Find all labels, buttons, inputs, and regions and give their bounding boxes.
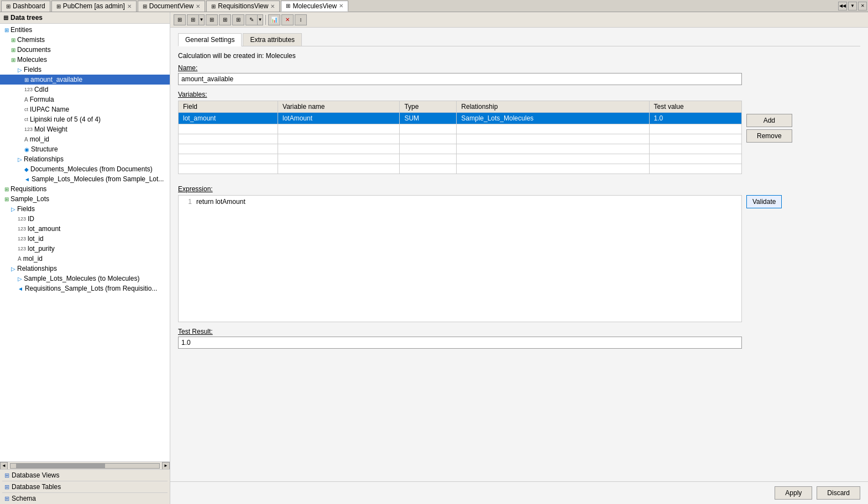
cell-variable-name: lotAmount bbox=[278, 113, 400, 124]
scroll-right-arrow[interactable]: ► bbox=[162, 462, 170, 470]
moleculesview-tab-icon: ⊞ bbox=[286, 3, 290, 9]
tree-label-entities: Entities bbox=[11, 26, 32, 34]
tree-label-samplelots-rels: Relationships bbox=[17, 265, 57, 272]
tab-pubchem[interactable]: ⊞ PubChem [as admin] ✕ bbox=[51, 1, 137, 12]
left-panel-hscroll[interactable]: ◄ ► bbox=[0, 461, 170, 469]
tree-item-samplelots[interactable]: ⊞ Sample_Lots bbox=[0, 194, 170, 204]
col-test-value: Test value bbox=[649, 101, 741, 113]
tree-label-documents: Documents bbox=[17, 46, 51, 54]
tree-item-molweight[interactable]: 123 Mol Weight bbox=[0, 124, 170, 134]
tree-label-molecules-rels: Relationships bbox=[24, 155, 64, 163]
tree-item-entities[interactable]: ⊞ Entities bbox=[0, 25, 170, 35]
toolbar-btn-1[interactable]: ⊞ bbox=[174, 14, 186, 25]
tree-item-sl-lotid[interactable]: 123 lot_id bbox=[0, 234, 170, 244]
expression-line-1: 1 return lotAmount bbox=[181, 198, 739, 206]
tree-label-requisitions: Requisitions bbox=[11, 185, 46, 193]
tree-item-molecules[interactable]: ⊞ Molecules bbox=[0, 55, 170, 65]
tree-item-sl-id[interactable]: 123 ID bbox=[0, 214, 170, 224]
schema-icon: ⊞ bbox=[4, 495, 9, 502]
test-result-input[interactable] bbox=[178, 337, 742, 349]
hscrollbar-track[interactable] bbox=[10, 463, 160, 469]
toolbar-btn-4[interactable]: ⊞ bbox=[219, 14, 231, 25]
sl-lotpurity-icon: 123 bbox=[18, 246, 26, 251]
toolbar-btn-5[interactable]: ⊞ bbox=[232, 14, 244, 25]
discard-button[interactable]: Discard bbox=[817, 486, 860, 500]
samplelots-fields-icon: ▷ bbox=[11, 206, 15, 212]
toolbar-dropdown-arrow-2[interactable]: ▼ bbox=[258, 14, 263, 25]
calculation-info-row: Calculation will be created in: Molecule… bbox=[178, 52, 860, 60]
tree-area[interactable]: ⊞ Entities ⊞ Chemists ⊞ Documents ⊞ Mole… bbox=[0, 24, 170, 461]
tree-item-sl-lotpurity[interactable]: 123 lot_purity bbox=[0, 244, 170, 254]
tree-label-lipinski: Lipinski rule of 5 (4 of 4) bbox=[30, 116, 101, 123]
tab-dashboard[interactable]: ⊞ Dashboard bbox=[1, 1, 50, 12]
validate-button[interactable]: Validate bbox=[746, 195, 782, 208]
toolbar-btn-chart[interactable]: 📊 bbox=[268, 14, 280, 25]
tree-item-structure[interactable]: ◉ Structure bbox=[0, 144, 170, 154]
tree-item-molecules-fields[interactable]: ▷ Fields bbox=[0, 65, 170, 75]
tab-documentview[interactable]: ⊞ DocumentView ✕ bbox=[138, 1, 205, 12]
tree-item-docs-molecules[interactable]: ◆ Documents_Molecules (from Documents) bbox=[0, 164, 170, 174]
tree-label-sl-lotid: lot_id bbox=[28, 235, 44, 243]
tab-requisitionsview[interactable]: ⊞ RequisitionsView ✕ bbox=[206, 1, 280, 12]
nav-database-tables[interactable]: ⊞ Database Tables bbox=[0, 481, 170, 492]
toolbar-btn-sort[interactable]: ↕ bbox=[295, 14, 307, 25]
tree-item-samplelots-fields[interactable]: ▷ Fields bbox=[0, 204, 170, 214]
tree-item-cdid[interactable]: 123 CdId bbox=[0, 85, 170, 95]
requisitionsview-tab-icon: ⊞ bbox=[211, 3, 216, 9]
sl-to-molecules-icon: ▷ bbox=[18, 276, 22, 282]
molweight-icon: 123 bbox=[24, 127, 33, 132]
tree-item-chemists[interactable]: ⊞ Chemists bbox=[0, 35, 170, 45]
molid-icon: A bbox=[24, 136, 28, 143]
tree-label-samplelots: Sample_Lots bbox=[11, 195, 49, 203]
expression-editor[interactable]: 1 return lotAmount bbox=[178, 195, 742, 322]
tab-pubchem-close[interactable]: ✕ bbox=[127, 3, 132, 9]
samplelots-rels-icon: ▷ bbox=[11, 266, 15, 272]
tab-extra-attributes[interactable]: Extra attributes bbox=[243, 33, 302, 46]
toolbar-btn-3[interactable]: ⊞ bbox=[206, 14, 218, 25]
formula-icon: A bbox=[24, 97, 28, 103]
tab-moleculesview[interactable]: ⊞ MoleculesView ✕ bbox=[281, 1, 348, 12]
scroll-left-arrow[interactable]: ◄ bbox=[0, 462, 8, 470]
remove-button[interactable]: Remove bbox=[746, 129, 792, 143]
tree-item-molecules-rels[interactable]: ▷ Relationships bbox=[0, 154, 170, 164]
tree-item-iupac[interactable]: ct IUPAC Name bbox=[0, 104, 170, 114]
sl-lotamount-icon: 123 bbox=[18, 226, 26, 232]
tab-requisitionsview-label: RequisitionsView bbox=[218, 2, 268, 10]
tree-item-samplelots-molecules[interactable]: ◄ Sample_Lots_Molecules (from Sample_Lot… bbox=[0, 174, 170, 184]
dashboard-tab-icon: ⊞ bbox=[6, 3, 11, 9]
lipinski-icon: ct bbox=[24, 117, 28, 122]
tree-item-formula[interactable]: A Formula bbox=[0, 95, 170, 104]
win-btn-back[interactable]: ◀◀ bbox=[838, 2, 847, 11]
toolbar-btn-delete[interactable]: ✕ bbox=[281, 14, 294, 25]
toolbar-dropdown-arrow-1[interactable]: ▼ bbox=[199, 14, 205, 25]
line-code-1: return lotAmount bbox=[196, 198, 245, 206]
tree-item-samplelots-rels[interactable]: ▷ Relationships bbox=[0, 264, 170, 274]
tab-requisitionsview-close[interactable]: ✕ bbox=[270, 3, 275, 9]
nav-schema-label: Schema bbox=[12, 495, 36, 502]
col-type: Type bbox=[400, 101, 457, 113]
apply-button[interactable]: Apply bbox=[775, 486, 812, 500]
tree-item-sl-molid[interactable]: A mol_id bbox=[0, 254, 170, 264]
tree-item-requisitions[interactable]: ⊞ Requisitions bbox=[0, 184, 170, 194]
toolbar-btn-2[interactable]: ⊞ bbox=[187, 14, 199, 25]
table-row[interactable]: lot_amount lotAmount SUM Sample_Lots_Mol… bbox=[179, 113, 742, 124]
col-variable-name: Variable name bbox=[278, 101, 400, 113]
tab-moleculesview-close[interactable]: ✕ bbox=[339, 3, 343, 9]
tree-item-amount-available[interactable]: ⊞ amount_available bbox=[0, 75, 170, 85]
tab-moleculesview-label: MoleculesView bbox=[292, 2, 337, 10]
tab-documentview-close[interactable]: ✕ bbox=[196, 3, 200, 9]
tree-item-molid[interactable]: A mol_id bbox=[0, 134, 170, 144]
win-btn-close[interactable]: ✕ bbox=[858, 2, 867, 11]
tree-item-sl-lotamount[interactable]: 123 lot_amount bbox=[0, 224, 170, 234]
add-button[interactable]: Add bbox=[746, 114, 792, 127]
tree-item-documents[interactable]: ⊞ Documents bbox=[0, 45, 170, 55]
name-input[interactable] bbox=[178, 73, 742, 85]
nav-database-views[interactable]: ⊞ Database Views bbox=[0, 470, 170, 481]
toolbar-btn-6[interactable]: ✎ bbox=[245, 14, 258, 25]
tree-item-lipinski[interactable]: ct Lipinski rule of 5 (4 of 4) bbox=[0, 114, 170, 124]
tree-item-sl-to-molecules[interactable]: ▷ Sample_Lots_Molecules (to Molecules) bbox=[0, 274, 170, 284]
nav-schema[interactable]: ⊞ Schema bbox=[0, 493, 170, 504]
win-btn-dropdown[interactable]: ▼ bbox=[848, 2, 857, 11]
tab-general-settings[interactable]: General Settings bbox=[178, 33, 242, 46]
tree-item-reqs-samplelots[interactable]: ◄ Requisitions_Sample_Lots (from Requisi… bbox=[0, 284, 170, 293]
